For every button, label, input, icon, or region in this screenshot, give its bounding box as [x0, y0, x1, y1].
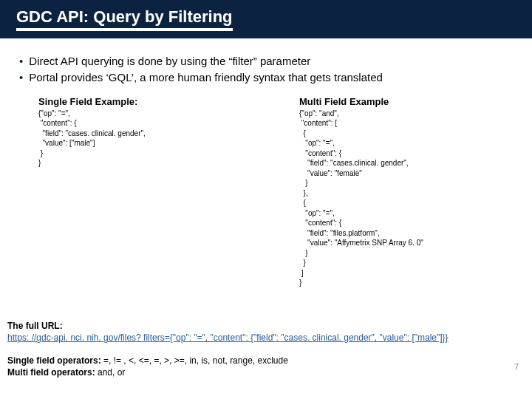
multi-ops-list: and, or — [95, 367, 126, 378]
multi-ops-label: Multi field operators: — [7, 367, 95, 378]
slide-title: GDC API: Query by Filtering — [16, 7, 233, 31]
single-field-title: Single Field Example: — [38, 96, 255, 107]
page-number: 7 — [514, 362, 519, 371]
multi-ops-line: Multi field operators: and, or — [7, 366, 525, 378]
full-url-link[interactable]: https: //gdc-api. nci. nih. gov/files? f… — [7, 332, 449, 343]
example-columns: Single Field Example: {"op": "=", "conte… — [38, 96, 516, 288]
single-ops-list: =, != , <, <=, =, >, >=, in, is, not, ra… — [101, 355, 288, 366]
single-ops-line: Single field operators: =, != , <, <=, =… — [7, 355, 525, 366]
bullet-item: Direct API querying is done by using the… — [19, 53, 516, 69]
full-url-label: The full URL: — [7, 321, 63, 331]
slide: GDC API: Query by Filtering Direct API q… — [0, 0, 532, 399]
multi-field-title: Multi Field Example — [299, 96, 516, 107]
title-bar: GDC API: Query by Filtering — [0, 0, 532, 38]
operators-block: Single field operators: =, != , <, <=, =… — [7, 355, 525, 378]
bullet-item: Portal provides ‘GQL’, a more human frie… — [19, 69, 516, 86]
multi-field-column: Multi Field Example {"op": "and", "conte… — [299, 96, 516, 288]
multi-field-code: {"op": "and", "content": [ { "op": "=", … — [299, 109, 516, 288]
full-url-block: The full URL: https: //gdc-api. nci. nih… — [7, 320, 525, 344]
single-field-column: Single Field Example: {"op": "=", "conte… — [38, 96, 255, 288]
slide-body: Direct API querying is done by using the… — [0, 38, 532, 288]
single-field-code: {"op": "=", "content": { "field": "cases… — [38, 109, 255, 168]
bottom-section: The full URL: https: //gdc-api. nci. nih… — [7, 320, 525, 378]
bullet-list: Direct API querying is done by using the… — [19, 53, 516, 86]
single-ops-label: Single field operators: — [7, 355, 101, 366]
